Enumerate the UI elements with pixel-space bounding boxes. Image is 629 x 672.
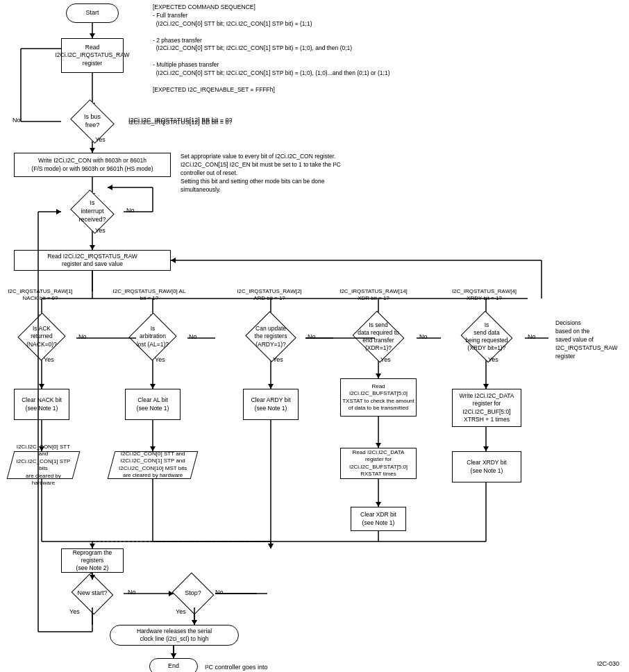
clear-nack-box: Clear NACK bit(see Note 1) bbox=[14, 389, 69, 420]
no-send-req-label: No bbox=[528, 333, 536, 342]
no-update-label: No bbox=[308, 333, 316, 342]
clear-al-label: Clear AL bit(see Note 1) bbox=[137, 396, 169, 412]
con-note: Set appropriate value to every bit of I2… bbox=[181, 153, 430, 194]
read-irqstatus1-label: ReadI2Ci.I2C_IRQSTATUS_RAWregister bbox=[55, 44, 129, 67]
al-header: I2C_IRQSTATUS_RAW[0] ALbit = 1? bbox=[104, 288, 194, 303]
hw-release-label: Hardware releases the serialclock line (… bbox=[137, 628, 212, 643]
write-i2c-con-label: Write I2Ci.I2C_CON with 8603h or 8601h(F… bbox=[31, 157, 153, 172]
xrdy-header: I2C_IRQSTATUS_RAW[4]XRDY bit = 1? bbox=[434, 288, 535, 303]
al-para: I2Ci.I2C_CON[0] STT andI2Ci.I2C_CON[1] S… bbox=[108, 451, 199, 479]
clear-xdr-label: Clear XDR bit(see Note 1) bbox=[360, 511, 396, 526]
reprogram-box: Reprogram theregisters(see Note 2) bbox=[61, 548, 124, 573]
svg-marker-9 bbox=[90, 148, 95, 153]
svg-marker-55 bbox=[376, 502, 381, 507]
yes-arb-label: Yes bbox=[155, 356, 165, 364]
svg-marker-95 bbox=[171, 258, 176, 263]
yes-send-req-label: Yes bbox=[488, 356, 498, 364]
clear-ardy-box: Clear ARDY bit(see Note 1) bbox=[243, 389, 299, 420]
no-send-end-label: No bbox=[419, 333, 428, 342]
svg-marker-15 bbox=[108, 185, 112, 190]
is-send-end-diamond bbox=[353, 311, 405, 363]
svg-marker-87 bbox=[90, 544, 95, 548]
ard-header: I2C_IRQSTATUS_RAW[2]ARD bit = 1? bbox=[221, 288, 318, 303]
no-new-start-label: No bbox=[128, 589, 136, 597]
no-stop-label: No bbox=[215, 589, 224, 597]
al-para-label: I2Ci.I2C_CON[0] STT andI2Ci.I2C_CON[1] S… bbox=[119, 451, 187, 480]
clear-nack-label: Clear NACK bit(see Note 1) bbox=[22, 396, 62, 412]
svg-marker-51 bbox=[376, 443, 381, 448]
read-irqstatus2-label: Read I2Ci.I2C_IRQSTATUS_RAWregister and … bbox=[47, 253, 137, 268]
write-data-label: Write I2Ci.I2C_DATAregister forI2Ci.I2C_… bbox=[460, 392, 514, 423]
svg-marker-53 bbox=[483, 446, 489, 451]
no-interrupt-label: No bbox=[126, 207, 135, 215]
i2c030-label: I2C-030 bbox=[597, 660, 619, 669]
svg-marker-79 bbox=[56, 209, 61, 215]
yes-ack-label: Yes bbox=[44, 356, 54, 364]
svg-marker-17 bbox=[90, 245, 95, 250]
svg-marker-1 bbox=[90, 33, 95, 38]
yes-new-start-label: Yes bbox=[69, 608, 80, 616]
svg-marker-43 bbox=[483, 384, 489, 389]
expected-sequence-note: [EXPECTED COMMAND SEQUENCE] - Full trans… bbox=[153, 3, 417, 94]
svg-marker-34 bbox=[150, 384, 156, 389]
svg-marker-37 bbox=[268, 384, 274, 389]
clear-xrdy-box: Clear XRDY bit(see Note 1) bbox=[452, 451, 521, 482]
read-data-label: Read I2Ci.I2C_DATAregister forI2Ci.I2C_B… bbox=[349, 449, 408, 478]
bb-check-label: I2Ci.I2C_IRQSTATUS[12] BB bit = 0? bbox=[128, 118, 232, 127]
yes-stop-label: Yes bbox=[176, 608, 186, 616]
read-irqstatus1-box: ReadI2Ci.I2C_IRQSTATUS_RAWregister bbox=[61, 38, 124, 73]
no-ack-label: No bbox=[78, 333, 87, 342]
nack-header: I2C_IRQSTATUS_RAW[1]NACK bit = 0? bbox=[2, 288, 78, 303]
yes-interrupt-label: Yes bbox=[95, 227, 106, 235]
end-label: End bbox=[168, 662, 179, 671]
is-send-req-diamond bbox=[461, 311, 513, 363]
read-bufstat-label: Read I2Ci.I2C_BUFSTAT[5:0]TXSTAT to chec… bbox=[342, 383, 414, 412]
yes-send-end-label: Yes bbox=[380, 356, 391, 364]
can-update-diamond bbox=[245, 311, 296, 362]
start-node: Start bbox=[66, 3, 119, 23]
end-node: End bbox=[149, 658, 198, 672]
no-bus-label: No bbox=[12, 117, 21, 125]
write-data-box: Write I2Ci.I2C_DATAregister forI2Ci.I2C_… bbox=[452, 389, 521, 427]
clear-al-box: Clear AL bit(see Note 1) bbox=[125, 389, 181, 420]
clear-xdr-box: Clear XDR bit(see Note 1) bbox=[351, 507, 406, 531]
xdr-header: I2C_IRQSTATUS_RAW[14]XDR bit = 1? bbox=[325, 288, 422, 303]
nack-para: I2Ci.I2C_CON[0] STT andI2Ci.I2C_CON[1] S… bbox=[7, 451, 81, 479]
reprogram-label: Reprogram theregisters(see Note 2) bbox=[73, 549, 112, 572]
hw-release-box: Hardware releases the serialclock line (… bbox=[110, 625, 239, 646]
yes-update-label: Yes bbox=[273, 356, 283, 364]
svg-marker-90 bbox=[192, 620, 197, 625]
write-i2c-con-box: Write I2Ci.I2C_CON with 8603h or 8601h(F… bbox=[14, 153, 171, 177]
is-interrupt-diamond bbox=[70, 190, 115, 234]
end-note: I²C controller goes intoslave receiver m… bbox=[205, 663, 268, 672]
clear-ardy-label: Clear ARDY bit(see Note 1) bbox=[251, 396, 290, 412]
svg-marker-84 bbox=[268, 544, 274, 548]
is-ack-diamond bbox=[17, 312, 65, 360]
svg-marker-65 bbox=[268, 544, 274, 548]
svg-marker-92 bbox=[171, 653, 176, 658]
read-data-box: Read I2Ci.I2C_DATAregister forI2Ci.I2C_B… bbox=[340, 448, 417, 479]
start-label: Start bbox=[85, 9, 99, 17]
yes-bus-label: Yes bbox=[95, 136, 106, 144]
clear-xrdy-label: Clear XRDY bit(see Note 1) bbox=[467, 459, 506, 474]
read-irqstatus2-box: Read I2Ci.I2C_IRQSTATUS_RAWregister and … bbox=[14, 250, 171, 271]
no-arb-label: No bbox=[189, 333, 197, 342]
nack-para-label: I2Ci.I2C_CON[0] STT andI2Ci.I2C_CON[1] S… bbox=[15, 444, 72, 487]
svg-marker-74 bbox=[171, 653, 176, 658]
svg-marker-72 bbox=[192, 620, 197, 625]
is-arb-diamond bbox=[128, 312, 176, 360]
read-bufstat-box: Read I2Ci.I2C_BUFSTAT[5:0]TXSTAT to chec… bbox=[340, 378, 417, 417]
diagram-container: Start ReadI2Ci.I2C_IRQSTATUS_RAWregister… bbox=[0, 0, 629, 672]
svg-marker-31 bbox=[39, 384, 44, 389]
svg-marker-40 bbox=[376, 373, 381, 378]
decisions-note: Decisionsbased on thesaved value ofI2C_I… bbox=[555, 319, 625, 360]
is-bus-free-diamond bbox=[70, 99, 115, 144]
